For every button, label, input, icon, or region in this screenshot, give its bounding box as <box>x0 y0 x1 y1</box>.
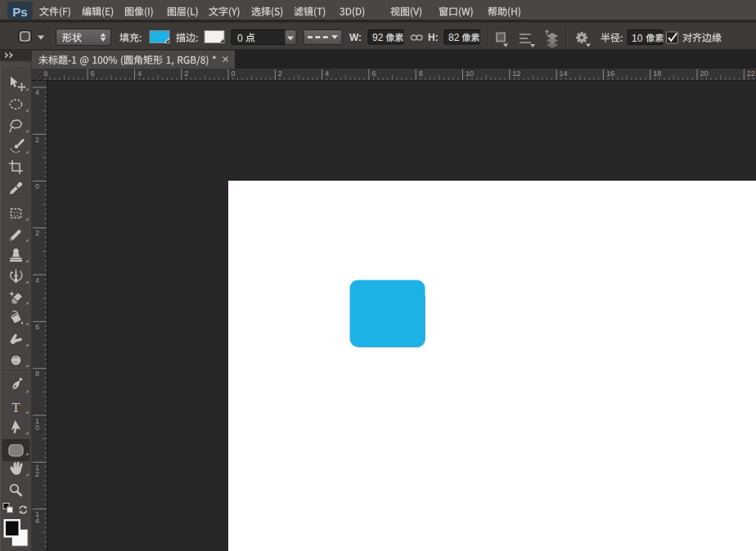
svg-text:8: 8 <box>419 69 423 78</box>
svg-text:2: 2 <box>35 229 39 237</box>
svg-text:T: T <box>11 400 20 415</box>
svg-text:0: 0 <box>35 423 39 432</box>
svg-text:4: 4 <box>137 69 142 78</box>
svg-text:4: 4 <box>35 517 39 525</box>
svg-text:18: 18 <box>653 69 661 78</box>
svg-text:6: 6 <box>91 69 95 78</box>
svg-text:H:: H: <box>428 32 439 43</box>
svg-text:2: 2 <box>35 470 39 478</box>
svg-text:10: 10 <box>466 69 474 78</box>
svg-text:2: 2 <box>278 69 282 78</box>
svg-text:14: 14 <box>560 69 568 78</box>
svg-text:10: 10 <box>632 33 643 44</box>
svg-text:6: 6 <box>35 323 39 331</box>
svg-text:0: 0 <box>35 182 39 190</box>
svg-text:4: 4 <box>325 69 329 78</box>
svg-text:92: 92 <box>372 32 384 43</box>
svg-text:Ps: Ps <box>12 5 27 19</box>
svg-text:22: 22 <box>747 69 755 78</box>
svg-text:20: 20 <box>700 69 709 78</box>
svg-text:0: 0 <box>237 33 243 44</box>
svg-text:0: 0 <box>232 69 236 78</box>
svg-text:12: 12 <box>512 69 520 78</box>
svg-text:8: 8 <box>35 370 39 378</box>
svg-text:82: 82 <box>448 32 460 43</box>
svg-text:W:: W: <box>349 32 362 43</box>
svg-text:16: 16 <box>606 69 614 78</box>
svg-text:2: 2 <box>35 136 39 144</box>
svg-text:2: 2 <box>184 69 188 78</box>
svg-text:4: 4 <box>35 88 39 96</box>
svg-text:6: 6 <box>371 69 376 78</box>
svg-text:4: 4 <box>35 276 39 284</box>
